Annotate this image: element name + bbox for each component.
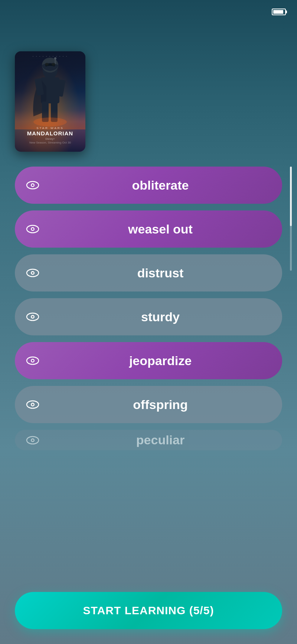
svg-point-17	[32, 228, 34, 230]
word-label-sturdy: sturdy	[49, 310, 272, 324]
bottom-bar: START LEARNING (5/5)	[0, 585, 297, 644]
eye-icon-weasel-out	[25, 222, 40, 236]
words-container: obliterate weasel out dist	[0, 163, 297, 502]
start-learning-button[interactable]: START LEARNING (5/5)	[15, 592, 282, 629]
word-button-obliterate[interactable]: obliterate	[15, 167, 282, 204]
eye-icon-jeopardize	[25, 353, 40, 368]
word-label-peculiar: peculiar	[49, 433, 272, 447]
eye-icon-obliterate	[25, 178, 40, 193]
battery-icon	[272, 9, 286, 15]
svg-point-23	[32, 316, 34, 318]
word-label-distrust: distrust	[49, 266, 272, 280]
word-label-weasel-out: weasel out	[49, 222, 272, 236]
svg-point-20	[32, 272, 34, 274]
poster-streaming: Disney+	[15, 138, 85, 140]
poster-title-area: STAR WARS MANDALORIAN Disney+ New Season…	[15, 126, 85, 145]
svg-point-32	[32, 439, 34, 441]
eye-icon-distrust	[25, 265, 40, 280]
svg-point-10	[52, 63, 55, 66]
movie-poster: · · · · · · · · · · ·	[15, 51, 85, 152]
word-label-obliterate: obliterate	[49, 178, 272, 193]
svg-point-9	[45, 63, 49, 66]
word-button-weasel-out[interactable]: weasel out	[15, 210, 282, 248]
eye-icon-peculiar	[25, 433, 40, 448]
eye-icon-offspring	[25, 397, 40, 412]
poster-brand: STAR WARS	[15, 126, 85, 130]
word-label-jeopardize: jeopardize	[49, 354, 272, 368]
word-button-offspring[interactable]: offspring	[15, 386, 282, 423]
svg-point-8	[54, 57, 56, 59]
scroll-indicator[interactable]	[290, 167, 292, 271]
word-button-distrust[interactable]: distrust	[15, 254, 282, 292]
svg-point-14	[32, 184, 34, 186]
scroll-thumb[interactable]	[290, 167, 292, 226]
word-button-sturdy[interactable]: sturdy	[15, 298, 282, 335]
poster-extra: New Season, Streaming Oct 30	[15, 141, 85, 144]
poster-title: MANDALORIAN	[15, 131, 85, 137]
eye-icon-sturdy	[25, 309, 40, 324]
svg-point-29	[32, 404, 34, 406]
svg-point-26	[32, 360, 34, 362]
word-button-jeopardize[interactable]: jeopardize	[15, 342, 282, 379]
word-button-peculiar[interactable]: peculiar	[15, 430, 282, 450]
word-label-offspring: offspring	[49, 397, 272, 412]
